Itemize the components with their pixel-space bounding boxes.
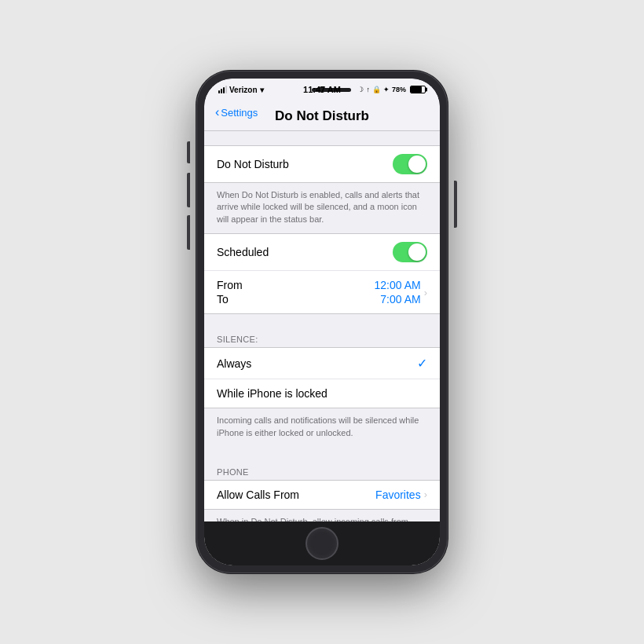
allow-calls-chevron-icon: › xyxy=(424,488,427,500)
carrier-label: Verizon xyxy=(229,86,258,94)
phone-description: When in Do Not Disturb, allow incoming c… xyxy=(204,510,440,521)
to-label: To xyxy=(217,293,243,306)
lock-icon: 🔒 xyxy=(372,86,381,93)
settings-content[interactable]: Do Not Disturb When Do Not Disturb is en… xyxy=(204,131,440,521)
status-left: Verizon ▾ xyxy=(218,86,264,94)
allow-calls-row[interactable]: Allow Calls From Favorites › xyxy=(204,481,440,509)
spacer-phone xyxy=(204,447,440,461)
scheduled-toggle-knob xyxy=(408,243,426,261)
dnd-toggle[interactable] xyxy=(393,154,427,174)
moon-icon: ☽ xyxy=(357,86,364,93)
location-icon: ↑ xyxy=(366,86,370,93)
phone-frame: Verizon ▾ 11:47 AM ☽ ↑ 🔒 ✦ 78% xyxy=(196,71,448,573)
allow-calls-value-group: Favorites › xyxy=(375,488,427,501)
back-chevron-icon: ‹ xyxy=(215,105,219,119)
mute-button[interactable] xyxy=(187,141,190,163)
battery-percent: 78% xyxy=(392,86,406,93)
silence-description: Incoming calls and notifications will be… xyxy=(204,408,440,447)
volume-up-button[interactable] xyxy=(187,173,190,207)
while-locked-label: While iPhone is locked xyxy=(217,387,327,400)
silence-section-label: SILENCE: xyxy=(204,328,440,347)
phone-card: Allow Calls From Favorites › xyxy=(204,480,440,510)
navigation-bar: ‹ Settings Do Not Disturb xyxy=(204,101,440,131)
phone-screen: Verizon ▾ 11:47 AM ☽ ↑ 🔒 ✦ 78% xyxy=(204,79,440,565)
back-label[interactable]: Settings xyxy=(221,107,258,119)
from-label: From xyxy=(217,279,243,291)
phone-section-label: PHONE xyxy=(204,461,440,480)
from-to-row[interactable]: From To 12:00 AM 7:00 AM › xyxy=(204,271,440,313)
always-label: Always xyxy=(217,357,251,370)
home-button[interactable] xyxy=(306,527,338,560)
always-row[interactable]: Always ✓ xyxy=(204,348,440,379)
status-bar: Verizon ▾ 11:47 AM ☽ ↑ 🔒 ✦ 78% xyxy=(204,79,440,101)
dnd-description: When Do Not Disturb is enabled, calls an… xyxy=(204,183,440,233)
to-value: 7:00 AM xyxy=(380,293,420,306)
wifi-icon: ▾ xyxy=(260,86,264,94)
always-checkmark-icon: ✓ xyxy=(417,356,427,371)
dnd-card: Do Not Disturb xyxy=(204,145,440,183)
spacer-top xyxy=(204,131,440,145)
from-to-chevron-icon: › xyxy=(424,287,427,298)
scheduled-toggle[interactable] xyxy=(393,242,427,262)
dnd-label: Do Not Disturb xyxy=(217,158,289,170)
while-locked-row[interactable]: While iPhone is locked xyxy=(204,379,440,408)
dnd-toggle-knob xyxy=(408,156,426,173)
scheduled-card: Scheduled From To 12:00 AM xyxy=(204,233,440,314)
status-right: ☽ ↑ 🔒 ✦ 78% xyxy=(357,86,426,93)
battery-icon xyxy=(408,86,426,93)
status-time: 11:47 AM xyxy=(303,85,341,94)
from-to-values[interactable]: 12:00 AM 7:00 AM › xyxy=(375,279,428,306)
bluetooth-icon: ✦ xyxy=(383,86,390,93)
power-button[interactable] xyxy=(454,181,457,228)
allow-calls-value: Favorites xyxy=(375,488,421,501)
screen-content: Verizon ▾ 11:47 AM ☽ ↑ 🔒 ✦ 78% xyxy=(204,79,440,565)
home-button-area xyxy=(204,521,440,565)
scheduled-row[interactable]: Scheduled xyxy=(204,234,440,271)
allow-calls-label: Allow Calls From xyxy=(217,488,299,501)
dnd-row[interactable]: Do Not Disturb xyxy=(204,146,440,182)
volume-down-button[interactable] xyxy=(187,215,190,250)
spacer-silence xyxy=(204,314,440,328)
from-value: 12:00 AM xyxy=(375,279,421,291)
signal-icon xyxy=(218,86,227,93)
silence-card: Always ✓ While iPhone is locked xyxy=(204,347,440,408)
scheduled-label: Scheduled xyxy=(217,246,269,258)
